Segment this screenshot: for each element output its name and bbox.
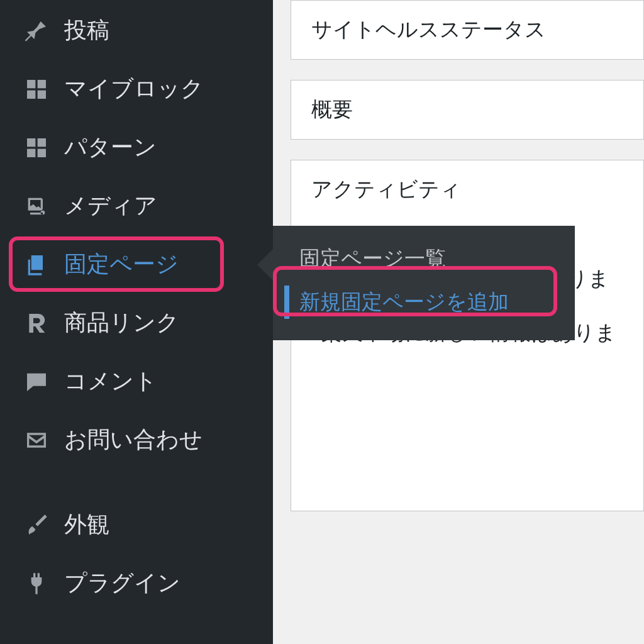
- submenu-item-page-list[interactable]: 固定ページ一覧: [273, 237, 575, 280]
- comment-icon: [21, 367, 52, 397]
- sidebar-item-label: パターン: [64, 132, 157, 163]
- sidebar-item-label: マイブロック: [64, 74, 204, 104]
- sidebar-item-appearance[interactable]: 外観: [0, 496, 273, 554]
- sidebar-item-patterns[interactable]: パターン: [0, 118, 273, 177]
- panel-title: サイトヘルスステータス: [291, 1, 643, 59]
- submenu-item-label: 固定ページ一覧: [299, 247, 446, 270]
- panel-site-health: サイトヘルスステータス: [291, 0, 644, 60]
- svg-rect-2: [27, 90, 35, 98]
- sidebar-item-comments[interactable]: コメント: [0, 352, 273, 411]
- grid-icon: [21, 74, 52, 104]
- svg-rect-7: [38, 148, 46, 157]
- menu-separator: [0, 469, 273, 496]
- sidebar-item-myblocks[interactable]: マイブロック: [0, 60, 273, 118]
- sidebar-item-pages[interactable]: 固定ページ: [0, 235, 273, 294]
- mail-icon: [21, 425, 52, 455]
- sidebar-item-label: お問い合わせ: [64, 425, 203, 455]
- svg-rect-5: [38, 138, 46, 147]
- svg-rect-3: [38, 90, 46, 98]
- sidebar-item-label: コメント: [64, 366, 157, 397]
- sidebar-item-label: 投稿: [64, 15, 109, 46]
- svg-rect-0: [27, 80, 35, 88]
- svg-rect-1: [38, 80, 46, 88]
- admin-sidebar: 投稿 マイブロック パターン メディア 固定ページ 商品リンク: [0, 0, 273, 644]
- svg-rect-6: [27, 148, 35, 157]
- media-icon: [21, 191, 52, 221]
- grid-icon: [21, 133, 52, 163]
- sidebar-item-contact[interactable]: お問い合わせ: [0, 411, 273, 469]
- pages-icon: [21, 250, 52, 280]
- letter-r-icon: [21, 308, 52, 338]
- sidebar-item-label: 固定ページ: [64, 249, 179, 280]
- pin-icon: [21, 16, 52, 46]
- pages-submenu-flyout: 固定ページ一覧 新規固定ページを追加: [273, 226, 575, 340]
- sidebar-item-label: 外観: [64, 509, 109, 540]
- panel-overview: 概要: [291, 80, 644, 140]
- sidebar-item-label: プラグイン: [64, 568, 180, 599]
- panel-title: アクティビティ: [291, 160, 643, 219]
- submenu-item-add-page[interactable]: 新規固定ページを追加: [273, 280, 575, 324]
- svg-rect-4: [27, 138, 35, 147]
- sidebar-item-label: 商品リンク: [64, 308, 179, 338]
- sidebar-item-label: メディア: [64, 191, 157, 221]
- plug-icon: [21, 569, 52, 599]
- submenu-item-label: 新規固定ページを追加: [299, 290, 509, 313]
- sidebar-item-product-links[interactable]: 商品リンク: [0, 294, 273, 352]
- sidebar-item-media[interactable]: メディア: [0, 177, 273, 235]
- sidebar-item-plugins[interactable]: プラグイン: [0, 554, 273, 613]
- brush-icon: [21, 510, 52, 540]
- panel-title: 概要: [291, 80, 643, 139]
- sidebar-item-posts[interactable]: 投稿: [0, 1, 273, 60]
